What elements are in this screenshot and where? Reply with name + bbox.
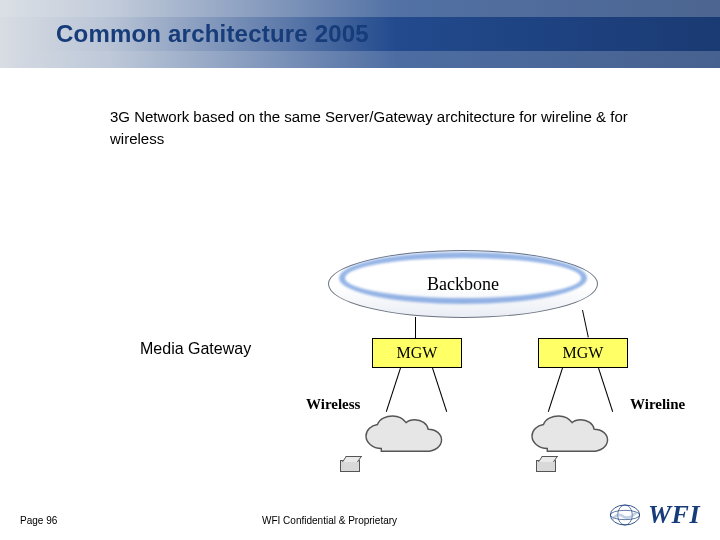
wireless-label: Wireless: [306, 396, 360, 413]
wfi-logo: WFI: [608, 500, 700, 530]
connector: [415, 317, 416, 338]
wireless-cloud-icon: [362, 414, 458, 458]
equipment-icon: [536, 460, 556, 472]
connector: [386, 368, 401, 412]
confidential-notice: WFI Confidential & Proprietary: [262, 515, 397, 526]
description: 3G Network based on the same Server/Gate…: [110, 106, 664, 150]
wireline-cloud-icon: [528, 414, 624, 458]
connector: [432, 368, 447, 412]
connector: [548, 368, 563, 412]
connector: [582, 310, 589, 338]
globe-icon: [608, 503, 642, 527]
media-gateway-label: Media Gateway: [140, 340, 251, 358]
wireline-label: Wireline: [630, 396, 685, 413]
title-banner: Common architecture 2005: [0, 0, 720, 68]
equipment-icon: [340, 460, 360, 472]
connector: [598, 368, 613, 412]
logo-text: WFI: [648, 500, 700, 530]
body-text: 3G Network based on the same Server/Gate…: [0, 68, 720, 150]
architecture-diagram: Backbone Media Gateway MGW MGW Wireless …: [0, 210, 720, 500]
mgw-left: MGW: [372, 338, 462, 368]
page-number: Page 96: [20, 515, 57, 526]
page-title: Common architecture 2005: [0, 20, 369, 48]
mgw-right: MGW: [538, 338, 628, 368]
backbone-node: Backbone: [328, 250, 598, 318]
